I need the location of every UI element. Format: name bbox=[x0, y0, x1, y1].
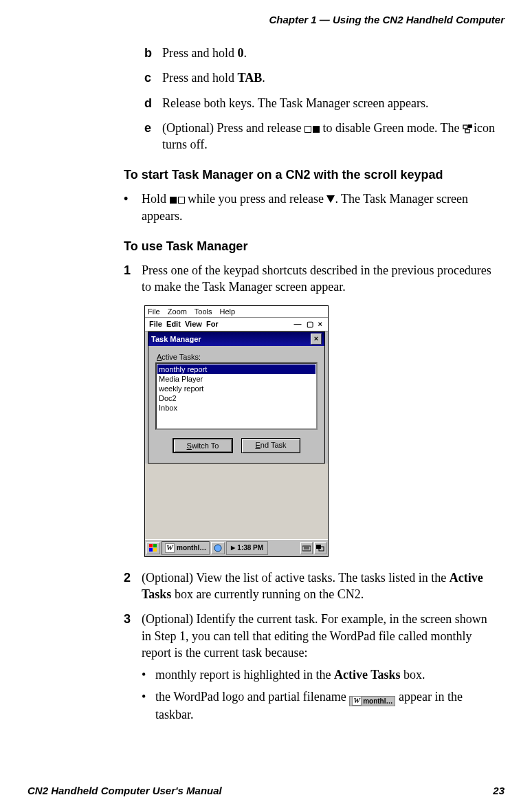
background-titlebar: File Edit View For — ▢ × bbox=[145, 318, 328, 331]
svg-rect-2 bbox=[465, 129, 469, 133]
taskbar: W monthl… ▶ 1:38 PM bbox=[145, 539, 328, 556]
taskbar-task[interactable]: W monthl… bbox=[162, 541, 210, 555]
switch-to-button[interactable]: Switch To bbox=[173, 438, 233, 453]
step-marker-3: 3 bbox=[124, 611, 142, 728]
step-2: 2 (Optional) View the list of active tas… bbox=[124, 569, 498, 603]
tray-keyboard-icon[interactable] bbox=[300, 542, 313, 554]
step-1: 1 Press one of the keypad shortcuts desc… bbox=[124, 262, 498, 296]
step-1-text: Press one of the keypad shortcuts descri… bbox=[142, 262, 498, 296]
step-2-post: box are currently running on the CN2. bbox=[171, 587, 364, 601]
step-e-mid: to disable Green mode. The bbox=[320, 121, 463, 135]
tray-windows-icon[interactable] bbox=[314, 542, 326, 554]
step-b-key: 0 bbox=[238, 46, 244, 60]
taskbar-snippet: W monthl… bbox=[349, 696, 395, 706]
heading-scroll-keypad: To start Task Manager on a CN2 with the … bbox=[124, 168, 498, 182]
task-manager-titlebar: Task Manager × bbox=[148, 332, 324, 346]
step-marker-1: 1 bbox=[124, 262, 142, 296]
page-number: 23 bbox=[493, 785, 505, 796]
task-manager-screenshot: File Zoom Tools Help File Edit View For … bbox=[144, 305, 498, 557]
step-e-pre: (Optional) Press and release bbox=[162, 121, 304, 135]
step-3-sub1: • monthly report is highlighted in the A… bbox=[142, 666, 498, 683]
step-c-pre: Press and hold bbox=[162, 71, 238, 85]
wordpad-icon: W bbox=[352, 696, 362, 706]
active-tasks-label: Active Tasks: bbox=[157, 353, 318, 361]
svg-rect-6 bbox=[153, 548, 157, 552]
list-item[interactable]: weekly report bbox=[157, 384, 315, 393]
sub1-post: box. bbox=[401, 668, 425, 682]
bullet-mid: while you press and release bbox=[185, 192, 327, 206]
step-marker-c: c bbox=[144, 69, 162, 86]
taskbar-task-label: monthl… bbox=[177, 544, 206, 552]
key-squares-icon bbox=[170, 197, 185, 204]
svg-point-7 bbox=[214, 545, 221, 552]
step-b-pre: Press and hold bbox=[162, 46, 238, 60]
footer-title: CN2 Handheld Computer User's Manual bbox=[27, 785, 222, 796]
step-3: 3 (Optional) Identify the current task. … bbox=[124, 611, 498, 728]
step-3-text: (Optional) Identify the current task. Fo… bbox=[142, 612, 487, 660]
windows-icon bbox=[149, 544, 157, 552]
list-item[interactable]: Doc2 bbox=[157, 393, 315, 403]
bullet-marker: • bbox=[124, 190, 142, 224]
list-item[interactable]: Inbox bbox=[157, 403, 315, 413]
svg-rect-3 bbox=[149, 544, 153, 547]
step-marker-b: b bbox=[144, 45, 162, 61]
step-3-sub2: • the WordPad logo and partial filename … bbox=[142, 688, 498, 723]
sub2-pre: the WordPad logo and partial filename bbox=[155, 690, 349, 704]
menu-file[interactable]: File bbox=[148, 307, 160, 316]
bullet-pre: Hold bbox=[142, 192, 170, 206]
svg-rect-1 bbox=[468, 124, 472, 128]
globe-icon bbox=[214, 544, 222, 552]
menu-help[interactable]: Help bbox=[220, 307, 236, 316]
step-2-pre: (Optional) View the list of active tasks… bbox=[142, 571, 450, 585]
task-manager-title: Task Manager bbox=[151, 335, 201, 343]
step-marker-2: 2 bbox=[124, 569, 142, 603]
wordpad-icon: W bbox=[165, 543, 175, 553]
step-b: b Press and hold 0. bbox=[144, 45, 498, 61]
bullet-scroll: • Hold while you press and release . The… bbox=[124, 190, 498, 224]
svg-rect-4 bbox=[153, 544, 157, 547]
taskbar-clock[interactable]: ▶ 1:38 PM bbox=[226, 541, 268, 555]
step-e: e (Optional) Press and release to disabl… bbox=[144, 120, 498, 153]
end-task-button[interactable]: End Task bbox=[241, 438, 300, 453]
list-item[interactable]: Media Player bbox=[157, 374, 315, 384]
menu-tools[interactable]: Tools bbox=[195, 307, 212, 316]
step-c: c Press and hold TAB. bbox=[144, 69, 498, 86]
step-d-text: Release both keys. The Task Manager scre… bbox=[162, 95, 498, 111]
heading-use-task-manager: To use Task Manager bbox=[124, 239, 498, 254]
step-marker-d: d bbox=[144, 95, 162, 111]
step-b-post: . bbox=[244, 46, 247, 60]
list-item[interactable]: monthly report bbox=[157, 364, 315, 374]
step-d: d Release both keys. The Task Manager sc… bbox=[144, 95, 498, 111]
sub1-bold: Active Tasks bbox=[334, 668, 401, 682]
key-squares-icon bbox=[304, 126, 320, 133]
menu-zoom[interactable]: Zoom bbox=[168, 307, 187, 316]
svg-rect-0 bbox=[463, 125, 467, 129]
svg-rect-5 bbox=[149, 548, 153, 552]
close-icon[interactable]: × bbox=[311, 334, 322, 345]
clock-time: 1:38 PM bbox=[237, 544, 263, 552]
sub1-pre: monthly report is highlighted in the bbox=[155, 668, 334, 682]
step-marker-e: e bbox=[144, 120, 162, 153]
step-c-key: TAB bbox=[238, 71, 263, 85]
active-tasks-listbox[interactable]: monthly report Media Player weekly repor… bbox=[155, 362, 318, 430]
step-c-post: . bbox=[262, 71, 265, 85]
desktop-button[interactable] bbox=[211, 542, 225, 554]
snippet-label: monthl… bbox=[363, 697, 392, 706]
down-arrow-icon bbox=[326, 195, 335, 203]
green-mode-icon bbox=[463, 121, 474, 135]
outer-menubar: File Zoom Tools Help bbox=[145, 306, 328, 318]
start-button[interactable] bbox=[146, 542, 160, 554]
chapter-header: Chapter 1 — Using the CN2 Handheld Compu… bbox=[27, 14, 505, 25]
